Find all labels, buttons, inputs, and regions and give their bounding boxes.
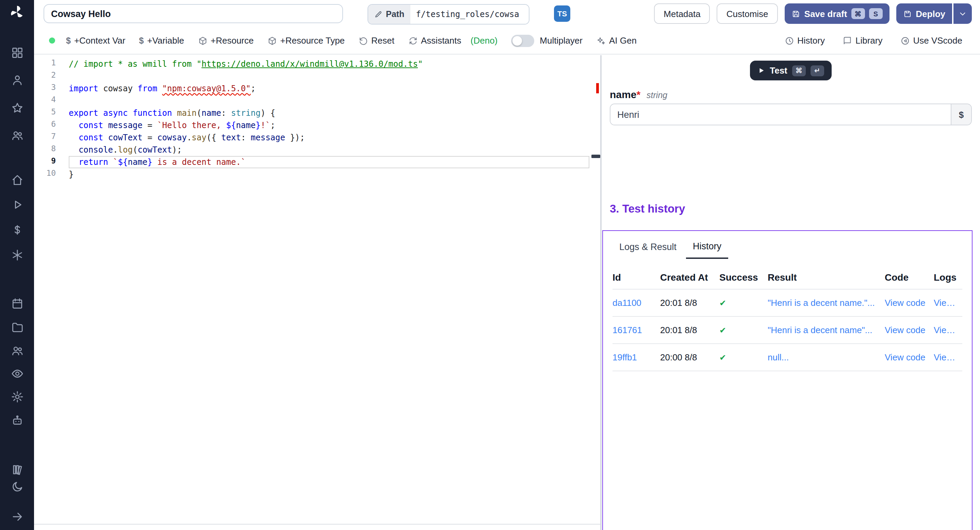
refresh-icon [408, 36, 417, 45]
groups-icon[interactable] [9, 342, 25, 358]
save-draft-label: Save draft [804, 8, 847, 19]
tab-logs-result[interactable]: Logs & Result [612, 238, 683, 259]
assistants-label: Assistants [421, 35, 461, 46]
code-line[interactable]: } [69, 168, 589, 180]
line-number: 1 [34, 58, 63, 70]
folder-icon[interactable] [9, 319, 25, 335]
history-table: Id Created At Success Result Code Logs d… [612, 266, 962, 371]
use-vscode-button[interactable]: Use VScode [900, 35, 962, 46]
test-button[interactable]: Test ⌘ ↵ [750, 61, 832, 80]
users-group-icon[interactable] [9, 127, 25, 143]
run-panel: Test ⌘ ↵ name* string $ 3. Test history … [600, 55, 980, 530]
code-editor[interactable]: 12345678910 // import * as wmill from "h… [34, 55, 600, 530]
path-edit-button[interactable]: Path [368, 5, 410, 24]
add-resource-button[interactable]: +Resource [198, 35, 253, 46]
collapse-arrow-right-icon[interactable] [9, 508, 25, 525]
kbd-enter: ↵ [811, 65, 824, 76]
code-line[interactable]: export async function main(name: string)… [69, 107, 589, 119]
save-draft-button[interactable]: Save draft ⌘ S [785, 3, 889, 24]
play-icon [757, 67, 765, 74]
line-number: 3 [34, 82, 63, 95]
add-variable-label: +Variable [147, 35, 184, 46]
windmill-logo-icon[interactable] [9, 4, 25, 21]
toggle-knob [512, 36, 522, 45]
reset-button[interactable]: Reset [358, 35, 395, 46]
variables-dollar-icon[interactable] [9, 221, 25, 238]
script-name-input[interactable] [43, 4, 343, 23]
add-context-var-button[interactable]: $+Context Var [66, 35, 125, 46]
path-input[interactable] [410, 5, 529, 24]
pencil-icon [374, 10, 382, 18]
variable-picker-button[interactable]: $ [951, 104, 971, 125]
robot-icon[interactable] [9, 412, 25, 428]
library-button[interactable]: Library [843, 35, 883, 46]
assistants-button[interactable]: Assistants (Deno) [408, 35, 498, 46]
history-button[interactable]: History [784, 35, 825, 46]
code-line[interactable]: return `${name} is a decent name.` [69, 156, 589, 168]
deploy-dropdown-button[interactable] [953, 3, 972, 24]
code-line[interactable]: const message = `Hello there, ${name}!`; [69, 119, 589, 131]
run-id-link[interactable]: 19ffb1 [612, 352, 660, 362]
view-logs-link[interactable]: View logs [934, 298, 962, 308]
line-number: 4 [34, 95, 63, 107]
code-line[interactable]: console.log(cowText); [69, 144, 589, 156]
code-line[interactable] [69, 70, 589, 82]
grid-icon[interactable] [9, 44, 25, 61]
editor-gutter: 12345678910 [34, 55, 63, 530]
result-link[interactable]: "Henri is a decent name."... [768, 298, 885, 308]
deploy-button[interactable]: Deploy [896, 3, 952, 24]
moon-icon[interactable] [9, 478, 25, 495]
runs-play-icon[interactable] [9, 196, 25, 212]
add-resource-type-button[interactable]: +Resource Type [267, 35, 345, 46]
line-number: 2 [34, 70, 63, 82]
add-variable-button[interactable]: $+Variable [139, 35, 184, 46]
created-at-value: 20:01 8/8 [660, 325, 719, 335]
run-id-link[interactable]: da1100 [612, 298, 660, 308]
clock-icon [784, 36, 794, 45]
line-number: 8 [34, 144, 63, 156]
view-logs-link[interactable]: View logs [934, 352, 962, 362]
success-check-icon: ✔ [719, 298, 768, 308]
eye-icon[interactable] [9, 365, 25, 382]
code-line[interactable] [69, 95, 589, 107]
code-line[interactable]: // import * as wmill from "https://deno.… [69, 58, 589, 70]
metadata-button[interactable]: Metadata [654, 3, 710, 24]
result-link[interactable]: null... [768, 352, 885, 362]
horizontal-splitter[interactable] [34, 524, 600, 525]
run-id-link[interactable]: 161761 [612, 325, 660, 335]
editor-code[interactable]: // import * as wmill from "https://deno.… [63, 55, 600, 530]
ai-gen-button[interactable]: AI Gen [596, 35, 637, 46]
code-line[interactable]: import cowsay from "npm:cowsay@1.5.0"; [69, 82, 589, 95]
add-resource-type-label: +Resource Type [280, 35, 345, 46]
name-field: name* string $ [601, 89, 980, 125]
view-code-link[interactable]: View code [885, 325, 934, 335]
tab-history[interactable]: History [686, 238, 728, 259]
gear-icon[interactable] [9, 388, 25, 405]
result-link[interactable]: "Henri is a decent name"... [768, 325, 885, 335]
col-result: Result [768, 272, 885, 283]
test-label: Test [770, 65, 788, 76]
history-tabs: Logs & Result History [603, 231, 972, 259]
multiplayer-toggle[interactable] [511, 34, 534, 47]
view-logs-link[interactable]: View logs [934, 325, 962, 335]
history-row: da110020:01 8/8✔"Henri is a decent name.… [612, 289, 962, 317]
user-icon[interactable] [9, 72, 25, 88]
history-label: History [797, 35, 825, 46]
scroll-position-marker[interactable] [592, 155, 600, 158]
star-icon[interactable] [9, 99, 25, 116]
books-icon[interactable] [9, 461, 25, 477]
view-code-link[interactable]: View code [885, 352, 934, 362]
code-line[interactable]: const cowText = cowsay.say({ text: messa… [69, 131, 589, 144]
required-asterisk: * [636, 89, 640, 100]
customise-button[interactable]: Customise [717, 3, 778, 24]
calendar-icon[interactable] [9, 295, 25, 311]
deploy-label: Deploy [916, 8, 945, 19]
asterisk-icon[interactable] [9, 247, 25, 263]
sparkles-icon [596, 36, 606, 45]
view-code-link[interactable]: View code [885, 298, 934, 308]
dollar-icon: $ [66, 36, 71, 45]
name-input[interactable] [611, 104, 951, 125]
line-number: 7 [34, 131, 63, 144]
home-icon[interactable] [9, 172, 25, 188]
reset-label: Reset [371, 35, 395, 46]
